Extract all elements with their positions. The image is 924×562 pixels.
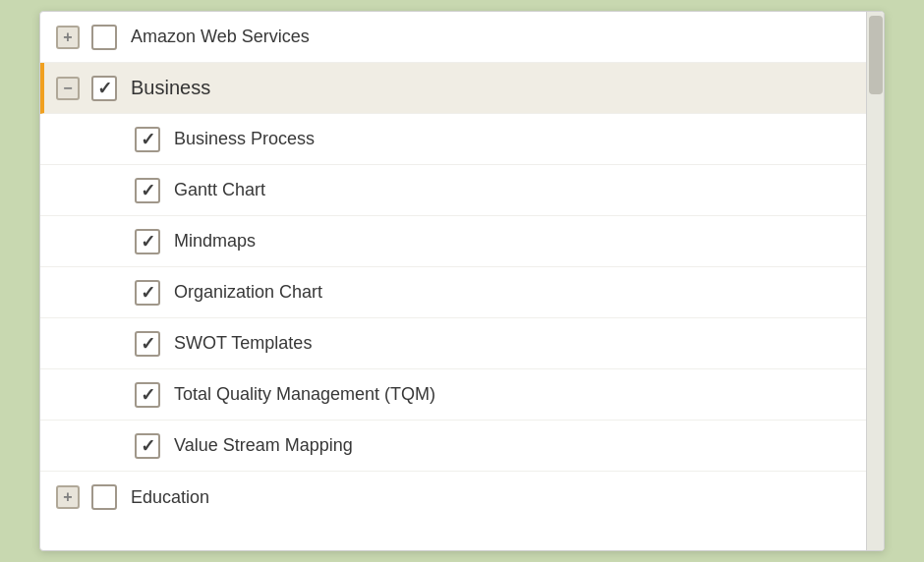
- checkbox-business[interactable]: ✓: [91, 76, 117, 101]
- checkbox-business-process[interactable]: ✓: [135, 127, 160, 152]
- checkbox-mindmaps[interactable]: ✓: [135, 229, 160, 254]
- checkmark-gantt: ✓: [141, 182, 155, 199]
- vsm-label: Value Stream Mapping: [174, 435, 353, 456]
- list-item-org-chart: ✓ Organization Chart: [40, 267, 866, 318]
- business-label: Business: [131, 77, 210, 99]
- checkbox-gantt[interactable]: ✓: [135, 178, 160, 203]
- expand-business-button[interactable]: −: [56, 77, 80, 100]
- checkmark-swot: ✓: [141, 335, 155, 353]
- plus-icon-education: +: [63, 489, 72, 505]
- list-container: + Amazon Web Services − ✓ Business ✓ Bus…: [40, 12, 866, 550]
- expand-education-button[interactable]: +: [56, 485, 80, 509]
- scrollbar[interactable]: [866, 12, 884, 550]
- list-item-vsm: ✓ Value Stream Mapping: [40, 421, 866, 472]
- checkmark-org-chart: ✓: [141, 284, 155, 302]
- list-item-swot: ✓ SWOT Templates: [40, 318, 866, 369]
- education-label: Education: [131, 487, 209, 508]
- list-item-gantt: ✓ Gantt Chart: [40, 165, 866, 216]
- tqm-label: Total Quality Management (TQM): [174, 384, 435, 405]
- list-item-tqm: ✓ Total Quality Management (TQM): [40, 369, 866, 421]
- panel: + Amazon Web Services − ✓ Business ✓ Bus…: [39, 11, 885, 551]
- plus-icon: +: [63, 29, 72, 45]
- minus-icon: −: [63, 81, 72, 96]
- business-process-label: Business Process: [174, 129, 315, 149]
- checkmark-business-process: ✓: [141, 131, 155, 148]
- list-item-education: + Education: [40, 472, 866, 523]
- expand-amazon-button[interactable]: +: [56, 26, 80, 49]
- checkbox-amazon[interactable]: [91, 25, 117, 50]
- list-item-amazon: + Amazon Web Services: [40, 12, 866, 63]
- checkbox-vsm[interactable]: ✓: [135, 433, 160, 459]
- checkmark-business: ✓: [97, 80, 112, 97]
- list-item-business-process: ✓ Business Process: [40, 114, 866, 165]
- list-item-business: − ✓ Business: [40, 63, 866, 114]
- scrollbar-thumb[interactable]: [869, 16, 883, 94]
- list-item-mindmaps: ✓ Mindmaps: [40, 216, 866, 267]
- checkmark-mindmaps: ✓: [141, 233, 155, 251]
- checkmark-tqm: ✓: [141, 386, 155, 404]
- amazon-label: Amazon Web Services: [131, 27, 310, 47]
- checkmark-vsm: ✓: [141, 437, 155, 455]
- checkbox-education[interactable]: [91, 484, 117, 510]
- gantt-label: Gantt Chart: [174, 180, 265, 200]
- checkbox-tqm[interactable]: ✓: [135, 382, 160, 408]
- swot-label: SWOT Templates: [174, 333, 312, 354]
- checkbox-swot[interactable]: ✓: [135, 331, 160, 357]
- org-chart-label: Organization Chart: [174, 282, 322, 303]
- checkbox-org-chart[interactable]: ✓: [135, 280, 160, 306]
- mindmaps-label: Mindmaps: [174, 231, 256, 252]
